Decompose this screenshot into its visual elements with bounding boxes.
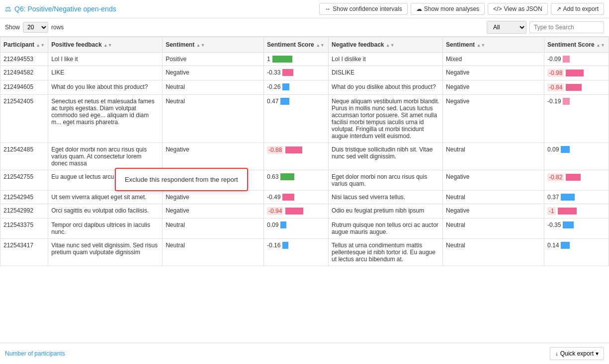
neg-feedback-cell: What do you dislike about this product? bbox=[329, 80, 443, 95]
table-row: 212494553 Lol I like it Positive 1 Lol I… bbox=[0, 53, 609, 66]
pos-score-cell: -0.26 bbox=[264, 80, 329, 95]
col-score-pos[interactable]: Sentiment Score ▲▼ bbox=[264, 37, 329, 53]
pos-feedback-cell: Senectus et netus et malesuada fames ac … bbox=[48, 95, 163, 143]
table-row: 212542485 Eget dolor morbi non arcu risu… bbox=[0, 143, 609, 170]
show-more-analyses-btn[interactable]: ☁ Show more analyses bbox=[411, 3, 485, 15]
col-negative-feedback[interactable]: Negative feedback ▲▼ bbox=[329, 37, 443, 53]
neg-score-cell: 0.09 bbox=[544, 143, 609, 170]
sort-arrows-sentiment-pos: ▲▼ bbox=[196, 43, 205, 48]
pos-sentiment-cell: Negative bbox=[163, 191, 264, 204]
pos-feedback-cell: Vitae nunc sed velit dignissim. Sed risu… bbox=[48, 239, 163, 266]
table-row: 212542405 Senectus et netus et malesuada… bbox=[0, 95, 609, 143]
neg-score-cell: -0.09 bbox=[544, 53, 609, 66]
table-row: 212543417 Vitae nunc sed velit dignissim… bbox=[0, 239, 609, 266]
add-to-export-btn[interactable]: ↗ Add to export bbox=[551, 3, 604, 15]
pos-feedback-cell: Orci sagittis eu volutpat odio facilisis… bbox=[48, 204, 163, 218]
toolbar: Show 20 50 100 rows All bbox=[0, 18, 609, 37]
arrows-icon: ↔ bbox=[325, 5, 331, 12]
sort-arrows-pos: ▲▼ bbox=[103, 43, 112, 48]
pos-sentiment-cell: Neutral bbox=[163, 95, 264, 143]
quick-export-btn[interactable]: ↓ Quick export ▾ bbox=[550, 347, 604, 360]
neg-sentiment-cell: Neutral bbox=[443, 143, 544, 170]
pos-sentiment-cell: Negative bbox=[163, 66, 264, 80]
neg-sentiment-cell: Neutral bbox=[443, 191, 544, 204]
col-positive-feedback[interactable]: Positive feedback ▲▼ bbox=[48, 37, 163, 53]
pos-sentiment-cell: Neutral bbox=[163, 80, 264, 95]
sort-arrows-neg: ▲▼ bbox=[386, 43, 395, 48]
neg-sentiment-cell: Mixed bbox=[443, 53, 544, 66]
participant-cell: 212542485 bbox=[0, 143, 48, 170]
neg-sentiment-cell: Neutral bbox=[443, 218, 544, 239]
pos-score-cell: -0.94 bbox=[264, 204, 329, 218]
neg-feedback-cell: Neque aliquam vestibulum morbi blandit. … bbox=[329, 95, 443, 143]
neg-sentiment-cell: Negative bbox=[443, 204, 544, 218]
table-row: 212543375 Tempor orci dapibus ultrices i… bbox=[0, 218, 609, 239]
pos-score-cell: 1 bbox=[264, 53, 329, 66]
participant-cell: 212494582 bbox=[0, 66, 48, 80]
pos-sentiment-cell: Neutral bbox=[163, 218, 264, 239]
col-participant[interactable]: Participant ▲▼ bbox=[0, 37, 48, 53]
neg-feedback-cell: Odio eu feugiat pretium nibh ipsum bbox=[329, 204, 443, 218]
neg-score-cell: -0.35 bbox=[544, 218, 609, 239]
number-of-participants-link[interactable]: Number of participants bbox=[5, 350, 65, 357]
neg-sentiment-cell: Negative bbox=[443, 66, 544, 80]
table-row: 212542945 Ut sem viverra aliquet eget si… bbox=[0, 191, 609, 204]
neg-feedback-cell: Lol I dislike it bbox=[329, 53, 443, 66]
neg-score-cell: 0.14 bbox=[544, 239, 609, 266]
rows-select[interactable]: 20 50 100 bbox=[23, 22, 48, 33]
neg-feedback-cell: Tellus at urna condimentum mattis pellen… bbox=[329, 239, 443, 266]
cloud-icon: ☁ bbox=[416, 5, 422, 12]
footer-bar: Number of participants ↓ Quick export ▾ bbox=[0, 343, 609, 364]
neg-score-cell: -0.84 bbox=[544, 80, 609, 95]
show-label: Show bbox=[5, 24, 20, 31]
pos-score-cell: -0.88 bbox=[264, 143, 329, 170]
filter-select[interactable]: All bbox=[487, 21, 526, 34]
neg-score-cell: -0.19 bbox=[544, 95, 609, 143]
neg-sentiment-cell: Negative bbox=[443, 170, 544, 191]
participant-cell: 212542405 bbox=[0, 95, 48, 143]
pos-feedback-cell: Lol I like it bbox=[48, 53, 163, 66]
neg-sentiment-cell: Negative bbox=[443, 95, 544, 143]
confidence-intervals-btn[interactable]: ↔ Show confidence intervals bbox=[319, 3, 407, 15]
sort-arrows-score-neg: ▲▼ bbox=[596, 43, 605, 48]
participant-cell: 212543417 bbox=[0, 239, 48, 266]
neg-score-cell: -1 bbox=[544, 204, 609, 218]
participant-cell: 212494605 bbox=[0, 80, 48, 95]
participant-cell: 212542755 bbox=[0, 170, 48, 191]
table-row: 212542755 Eu augue ut lectus arcu bibend… bbox=[0, 170, 609, 191]
header-actions: ↔ Show confidence intervals ☁ Show more … bbox=[319, 3, 604, 15]
pos-sentiment-cell: Neutral bbox=[163, 239, 264, 266]
view-json-btn[interactable]: </> View as JSON bbox=[488, 3, 548, 15]
pos-score-cell: -0.49 bbox=[264, 191, 329, 204]
pos-score-cell: 0.09 bbox=[264, 218, 329, 239]
chevron-down-icon: ▾ bbox=[596, 350, 599, 357]
exclude-respondent-tooltip[interactable]: Exclude this respondent from the report bbox=[115, 168, 248, 191]
neg-feedback-cell: Rutrum quisque non tellus orci ac auctor… bbox=[329, 218, 443, 239]
neg-score-cell: -0.98 bbox=[544, 66, 609, 80]
col-score-neg[interactable]: Sentiment Score ▲▼ bbox=[544, 37, 609, 53]
col-sentiment-neg[interactable]: Sentiment ▲▼ bbox=[443, 37, 544, 53]
sort-arrows-score-pos: ▲▼ bbox=[316, 43, 325, 48]
neg-score-cell: -0.82 bbox=[544, 170, 609, 191]
participant-cell: 212542992 bbox=[0, 204, 48, 218]
sort-arrows-participant: ▲▼ bbox=[36, 43, 45, 48]
header-title: ⚖ Q6: Positive/Negative open-ends bbox=[5, 5, 116, 13]
participant-cell: 212543375 bbox=[0, 218, 48, 239]
neg-feedback-cell: DISLIKE bbox=[329, 66, 443, 80]
col-sentiment-pos[interactable]: Sentiment ▲▼ bbox=[163, 37, 264, 53]
search-input[interactable] bbox=[529, 21, 604, 33]
sort-arrows-sentiment-neg: ▲▼ bbox=[476, 43, 485, 48]
table-container: Participant ▲▼ Positive feedback ▲▼ Sent… bbox=[0, 37, 609, 327]
pos-score-cell: 0.47 bbox=[264, 95, 329, 143]
pos-feedback-cell: Eget dolor morbi non arcu risus quis var… bbox=[48, 143, 163, 170]
pos-feedback-cell: Ut sem viverra aliquet eget sit amet. bbox=[48, 191, 163, 204]
neg-feedback-cell: Nisi lacus sed viverra tellus. bbox=[329, 191, 443, 204]
table-row: 212494605 What do you like about this pr… bbox=[0, 80, 609, 95]
export-icon: ↗ bbox=[556, 5, 561, 12]
neg-sentiment-cell: Negative bbox=[443, 80, 544, 95]
neg-feedback-cell: Duis tristique sollicitudin nibh sit. Vi… bbox=[329, 143, 443, 170]
neg-score-cell: 0.37 bbox=[544, 191, 609, 204]
pos-sentiment-cell: Positive bbox=[163, 53, 264, 66]
participant-cell: 212542945 bbox=[0, 191, 48, 204]
pos-score-cell: 0.63 bbox=[264, 170, 329, 191]
